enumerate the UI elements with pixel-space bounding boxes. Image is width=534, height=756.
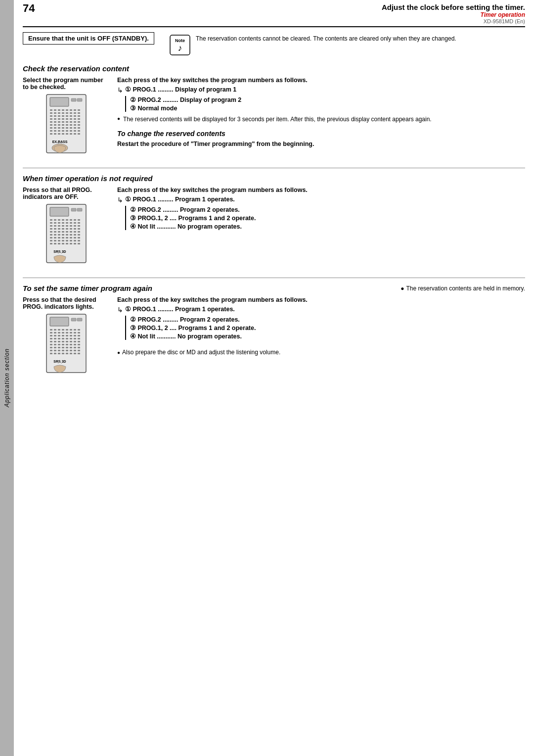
- svg-rect-40: [54, 121, 56, 123]
- svg-rect-22: [78, 112, 80, 114]
- svg-rect-121: [66, 231, 68, 233]
- svg-rect-52: [70, 124, 72, 126]
- section2-right: Each press of the key switches the progr…: [117, 187, 525, 231]
- svg-rect-16: [54, 112, 56, 114]
- svg-rect-146: [70, 240, 72, 241]
- svg-rect-233: [78, 353, 80, 354]
- section-check-reservation: Check the reservation content Select the…: [23, 64, 525, 158]
- svg-rect-149: [50, 243, 52, 244]
- sidebar: Application section: [0, 0, 14, 756]
- svg-rect-229: [62, 353, 64, 354]
- svg-rect-122: [70, 231, 72, 233]
- prog1-num: ①: [125, 86, 133, 93]
- svg-rect-226: [50, 353, 52, 354]
- svg-rect-193: [78, 338, 80, 339]
- svg-rect-147: [74, 240, 76, 241]
- svg-rect-175: [70, 332, 72, 333]
- svg-rect-166: [66, 329, 68, 331]
- svg-rect-137: [66, 237, 68, 238]
- svg-rect-38: [78, 118, 80, 120]
- header-title: Adjust the clock before setting the time…: [382, 3, 525, 11]
- svg-rect-139: [74, 237, 76, 238]
- prog3-num: ③: [130, 105, 137, 112]
- svg-rect-208: [74, 344, 76, 345]
- svg-rect-24: [54, 115, 56, 117]
- section3-title: To set the same timer program again: [23, 284, 152, 292]
- s3-prog3-text: PROG.1, 2 .... Programs 1 and 2 operate.: [137, 325, 256, 331]
- section2-prog-list: ↳ ① PROG.1 ......... Program 1 operates.: [117, 195, 525, 204]
- svg-rect-15: [50, 112, 52, 114]
- svg-rect-83: [71, 208, 76, 211]
- svg-rect-179: [54, 335, 56, 336]
- section3-also-note: Also prepare the disc or MD and adjust t…: [117, 349, 525, 356]
- section2-entry-3: ③ PROG.1, 2 .... Programs 1 and 2 operat…: [130, 214, 525, 222]
- header-subtitle: Timer operation: [382, 11, 525, 18]
- svg-rect-196: [58, 341, 60, 342]
- svg-rect-118: [54, 231, 56, 233]
- main-content: 74 Adjust the clock before setting the t…: [14, 0, 534, 402]
- prog3-text: Normal mode: [137, 105, 177, 112]
- svg-rect-61: [74, 127, 76, 129]
- svg-rect-54: [78, 124, 80, 126]
- svg-rect-224: [74, 350, 76, 351]
- svg-rect-134: [54, 237, 56, 238]
- s3-prog4-text: Not lit ........... No program operates.: [137, 333, 241, 340]
- svg-rect-114: [70, 228, 72, 230]
- svg-rect-142: [54, 240, 56, 241]
- svg-rect-218: [50, 350, 52, 351]
- svg-rect-89: [66, 219, 68, 221]
- svg-rect-74: [62, 133, 64, 135]
- svg-rect-125: [50, 234, 52, 236]
- svg-rect-216: [74, 347, 76, 348]
- svg-rect-148: [78, 240, 80, 241]
- svg-rect-103: [58, 225, 60, 227]
- section2-left: Press so that all PROG. indicators are O…: [23, 187, 109, 268]
- svg-rect-131: [74, 234, 76, 236]
- svg-rect-108: [78, 225, 80, 227]
- svg-rect-47: [50, 124, 52, 126]
- svg-rect-187: [54, 338, 56, 339]
- svg-rect-113: [66, 228, 68, 230]
- page-header: 74 Adjust the clock before setting the t…: [23, 0, 525, 27]
- svg-rect-207: [70, 344, 72, 345]
- svg-rect-116: [78, 228, 80, 230]
- svg-rect-26: [62, 115, 64, 117]
- svg-rect-232: [74, 353, 76, 354]
- svg-text:SRS 3D: SRS 3D: [53, 360, 66, 363]
- svg-rect-17: [58, 112, 60, 114]
- svg-rect-21: [74, 112, 76, 114]
- standby-label: Ensure that the unit is OFF (STANDBY).: [28, 35, 149, 42]
- section1-right: Each press of the key switches the progr…: [117, 77, 525, 147]
- svg-rect-85: [50, 219, 52, 221]
- svg-rect-204: [58, 344, 60, 345]
- svg-rect-119: [58, 231, 60, 233]
- section3-prog-list: ↳ ① PROG.1 ......... Program 1 operates.: [117, 305, 525, 314]
- section-set-same-timer: To set the same timer program again The …: [23, 284, 525, 378]
- svg-rect-76: [70, 133, 72, 135]
- device-illustration-3: SRS 3D: [23, 313, 109, 378]
- section1-entry-2: ② PROG.2 ......... Display of program 2: [130, 96, 525, 103]
- svg-rect-33: [58, 118, 60, 120]
- section-timer-not-required: When timer operation is not required Pre…: [23, 174, 525, 268]
- svg-rect-161: [77, 318, 82, 321]
- svg-rect-77: [74, 133, 76, 135]
- svg-rect-220: [58, 350, 60, 351]
- svg-rect-211: [54, 347, 56, 348]
- svg-rect-138: [70, 237, 72, 238]
- svg-rect-43: [66, 121, 68, 123]
- svg-rect-120: [62, 231, 64, 233]
- svg-rect-221: [62, 350, 64, 351]
- s2-prog3-num: ③: [130, 215, 137, 222]
- svg-rect-145: [66, 240, 68, 241]
- divider-2: [23, 278, 525, 278]
- svg-rect-174: [66, 332, 68, 333]
- svg-rect-94: [54, 222, 56, 224]
- svg-rect-68: [70, 130, 72, 132]
- prog2-num: ②: [130, 96, 137, 103]
- section1-entry-1: ① PROG.1 ......... Display of program 1: [125, 86, 236, 93]
- svg-rect-64: [54, 130, 56, 132]
- svg-rect-160: [71, 318, 76, 321]
- prog2-text: PROG.2 ......... Display of program 2: [137, 96, 241, 103]
- section1-prog-list: ↳ ① PROG.1 ......... Display of program …: [117, 86, 525, 94]
- svg-rect-197: [62, 341, 64, 342]
